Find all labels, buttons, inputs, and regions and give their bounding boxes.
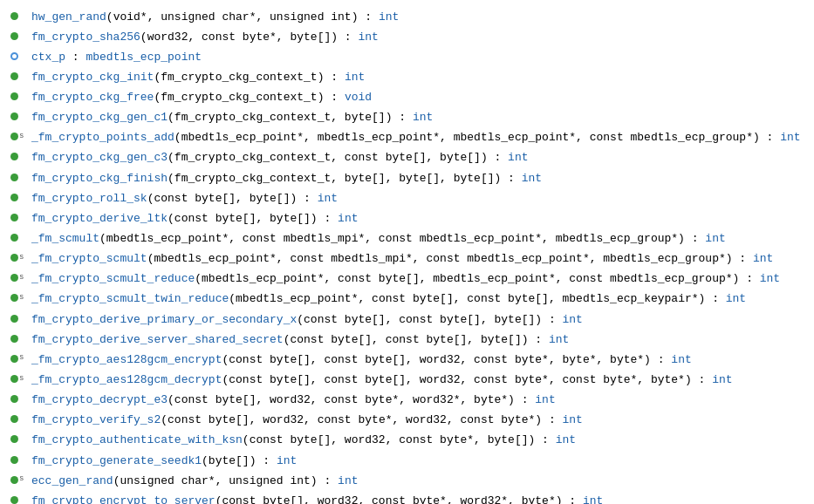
dot-container: s [10, 355, 30, 363]
dot-container [10, 52, 30, 60]
dot-container [10, 92, 30, 100]
list-item: s_fm_crypto_aes128gcm_encrypt(const byte… [10, 350, 804, 370]
list-item: fm_crypto_derive_ltk(const byte[], byte[… [10, 208, 804, 228]
function-signature: fm_crypto_derive_server_shared_secret(co… [31, 331, 569, 349]
status-dot [10, 214, 18, 221]
function-signature: fm_crypto_derive_primary_or_secondary_x(… [31, 311, 583, 329]
dot-container [10, 174, 30, 181]
func-name: fm_crypto_ckg_free [31, 91, 154, 104]
list-item: fm_crypto_verify_s2(const byte[], word32… [10, 411, 804, 431]
dot-container [10, 456, 30, 464]
func-name: ecc_gen_rand [31, 474, 113, 487]
func-return-type: int [583, 494, 603, 504]
status-dot [10, 274, 18, 282]
status-dot [10, 375, 18, 383]
function-signature: ecc_gen_rand(unsigned char*, unsigned in… [31, 473, 358, 490]
func-params: (fm_crypto_ckg_context_t) : [154, 71, 344, 84]
func-params: (mbedtls_ecp_point*, const byte[], const… [229, 292, 726, 305]
dot-container [10, 415, 30, 423]
func-return-type: int [535, 393, 555, 406]
list-item: hw_gen_rand(void*, unsigned char*, unsig… [10, 7, 804, 27]
func-name: fm_crypto_ckg_finish [31, 172, 168, 185]
func-return-type: int [345, 71, 365, 84]
func-return-type: int [338, 212, 358, 225]
func-params: (const byte[], const byte[], word32, con… [222, 373, 712, 386]
function-signature: fm_crypto_ckg_finish(fm_crypto_ckg_conte… [31, 170, 542, 187]
list-item: s_fm_crypto_scmult(mbedtls_ecp_point*, c… [10, 249, 804, 269]
func-return-type: int [338, 474, 358, 487]
status-dot [10, 435, 18, 443]
func-return-type: int [726, 292, 746, 305]
func-params: (byte[]) : [202, 454, 277, 467]
func-name: _fm_crypto_aes128gcm_decrypt [31, 373, 222, 386]
status-dot [10, 112, 18, 120]
function-signature: hw_gen_rand(void*, unsigned char*, unsig… [31, 9, 399, 26]
func-return-type: int [413, 111, 433, 124]
status-dot [10, 52, 18, 60]
func-return-type: int [705, 232, 725, 245]
status-dot [10, 174, 18, 181]
func-params: (const byte[], byte[]) : [147, 192, 318, 205]
func-name: fm_crypto_verify_s2 [31, 413, 161, 426]
function-signature: fm_crypto_ckg_init(fm_crypto_ckg_context… [31, 69, 365, 86]
dot-container [10, 12, 30, 20]
status-dot [10, 335, 18, 343]
func-return-type: int [563, 313, 583, 326]
status-dot [10, 294, 18, 302]
list-item: fm_crypto_sha256(word32, const byte*, by… [10, 27, 804, 47]
function-signature: _fm_scmult(mbedtls_ecp_point*, const mbe… [31, 230, 726, 248]
func-return-type: int [780, 131, 800, 144]
function-signature: fm_crypto_decrypt_e3(const byte[], word3… [31, 392, 556, 409]
func-name: hw_gen_rand [31, 10, 106, 24]
list-item: fm_crypto_ckg_finish(fm_crypto_ckg_conte… [10, 168, 804, 188]
status-dot [10, 476, 18, 484]
dot-container [10, 496, 30, 504]
func-return-type: int [760, 272, 780, 285]
status-dot [10, 12, 18, 20]
func-name: fm_crypto_ckg_init [31, 71, 154, 84]
func-params: (fm_crypto_ckg_context_t, byte[], byte[]… [168, 172, 522, 185]
function-signature: ctx_p : mbedtls_ecp_point [31, 49, 202, 66]
function-signature: fm_crypto_ckg_free(fm_crypto_ckg_context… [31, 89, 372, 106]
dot-container [10, 32, 30, 40]
dot-container [10, 315, 30, 323]
function-signature: fm_crypto_derive_ltk(const byte[], byte[… [31, 210, 358, 228]
dot-container: s [10, 294, 30, 302]
func-return-type: int [549, 333, 569, 346]
func-name: fm_crypto_decrypt_e3 [31, 393, 168, 406]
function-signature: _fm_crypto_scmult_twin_reduce(mbedtls_ec… [31, 290, 746, 308]
func-name: fm_crypto_ckg_gen_c1 [31, 111, 168, 124]
dot-container: s [10, 476, 30, 484]
func-name: _fm_crypto_points_add [31, 131, 174, 144]
func-params: (mbedtls_ecp_point*, mbedtls_ecp_point*,… [174, 131, 780, 144]
field-type: mbedtls_ecp_point [86, 51, 202, 64]
function-signature: fm_crypto_encrypt_to_server(const byte[]… [31, 493, 603, 504]
dot-container [10, 72, 30, 80]
func-return-type: int [563, 413, 583, 426]
list-item: secc_gen_rand(unsigned char*, unsigned i… [10, 471, 804, 491]
dot-container: s [10, 375, 30, 383]
dot-container [10, 234, 30, 242]
list-item: fm_crypto_derive_primary_or_secondary_x(… [10, 310, 804, 330]
func-return-type: int [671, 353, 691, 366]
func-return-type: void [345, 91, 372, 104]
list-item: _fm_scmult(mbedtls_ecp_point*, const mbe… [10, 229, 804, 249]
status-dot [10, 153, 18, 160]
status-dot [10, 32, 18, 40]
func-return-type: int [277, 454, 297, 467]
dot-container [10, 214, 30, 221]
status-dot [10, 315, 18, 323]
status-dot [10, 415, 18, 423]
func-return-type: int [379, 10, 399, 24]
status-dot [10, 456, 18, 464]
status-dot [10, 72, 18, 80]
function-signature: fm_crypto_ckg_gen_c3(fm_crypto_ckg_conte… [31, 149, 529, 167]
status-dot [10, 355, 18, 363]
list-item: fm_crypto_ckg_init(fm_crypto_ckg_context… [10, 67, 804, 87]
func-name: _fm_crypto_scmult [31, 252, 147, 265]
dot-container [10, 435, 30, 443]
func-return-type: int [712, 373, 732, 386]
function-signature: fm_crypto_verify_s2(const byte[], word32… [31, 412, 583, 429]
func-params: (fm_crypto_ckg_context_t, byte[]) : [168, 111, 413, 124]
dot-container [10, 395, 30, 403]
